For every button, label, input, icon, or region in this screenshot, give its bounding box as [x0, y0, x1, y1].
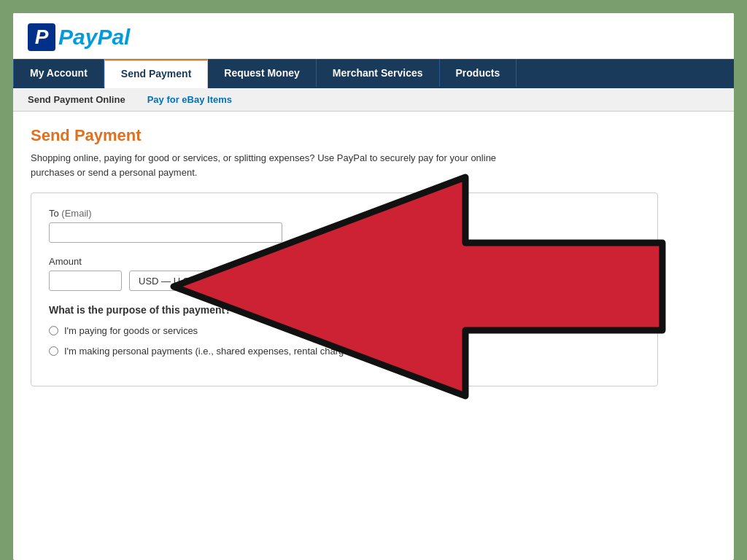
subnav-send-payment-online[interactable]: Send Payment Online: [28, 94, 125, 105]
page-description: Shopping online, paying for good or serv…: [31, 151, 527, 179]
tab-send-payment[interactable]: Send Payment: [104, 59, 208, 88]
pay-text: Pay: [58, 25, 97, 49]
radio-personal-input[interactable]: [49, 346, 58, 356]
radio-goods-services: I'm paying for goods or services: [49, 324, 640, 338]
tab-merchant-services[interactable]: Merchant Services: [317, 59, 440, 87]
purpose-group: What is the purpose of this payment? I'm…: [49, 304, 640, 358]
radio-goods-services-label: I'm paying for goods or services: [64, 324, 198, 338]
radio-personal-label: I'm making personal payments (i.e., shar…: [64, 345, 446, 358]
amount-field-group: Amount USD — U.S. Dollars: [49, 256, 640, 291]
to-paren: (Email): [61, 208, 91, 219]
main-nav: My Account Send Payment Request Money Me…: [13, 59, 734, 88]
to-email-input[interactable]: [49, 222, 282, 243]
currency-select[interactable]: USD — U.S. Dollars: [129, 271, 243, 291]
paypal-logo: P PayPal: [28, 23, 719, 51]
content-area: Send Payment Shopping online, paying for…: [13, 112, 734, 401]
radio-goods-services-input[interactable]: [49, 326, 58, 335]
outer-wrapper: P PayPal My Account Send Payment Request…: [0, 0, 747, 560]
subnav-pay-for-ebay[interactable]: Pay for eBay Items: [147, 94, 232, 105]
logo-text: PayPal: [58, 25, 130, 50]
tab-my-account[interactable]: My Account: [13, 59, 104, 87]
tab-request-money[interactable]: Request Money: [208, 59, 316, 87]
purpose-question: What is the purpose of this payment?: [49, 304, 640, 316]
amount-input[interactable]: [49, 271, 122, 291]
radio-personal: I'm making personal payments (i.e., shar…: [49, 345, 640, 358]
to-field-group: To (Email): [49, 208, 640, 243]
amount-label: Amount: [49, 256, 640, 267]
to-label: To (Email): [49, 208, 640, 219]
page-container: P PayPal My Account Send Payment Request…: [13, 13, 734, 560]
tab-products[interactable]: Products: [440, 59, 517, 87]
amount-row: USD — U.S. Dollars: [49, 271, 640, 291]
send-payment-form: To (Email) Amount USD — U.S. Dollars Wha…: [31, 192, 658, 386]
page-title: Send Payment: [31, 126, 716, 145]
logo-p-icon: P: [28, 23, 55, 51]
pal-text: Pal: [97, 25, 130, 49]
header: P PayPal: [13, 13, 734, 59]
sub-nav: Send Payment Online Pay for eBay Items: [13, 88, 734, 112]
